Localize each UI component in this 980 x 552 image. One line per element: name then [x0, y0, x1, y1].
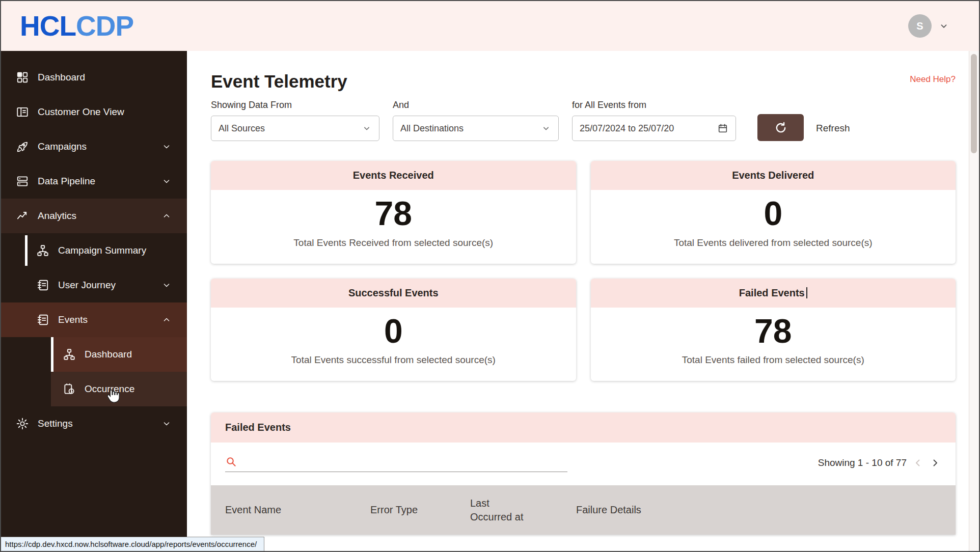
sidebar-item-label: Dashboard	[85, 349, 132, 360]
dashboard-grid-icon	[15, 71, 29, 85]
failed-events-panel-body: Showing 1 - 10 of 77	[211, 443, 956, 472]
sidebar-item-label: Settings	[38, 418, 73, 429]
chevron-down-icon	[161, 176, 172, 186]
sources-select[interactable]: All Sources	[211, 116, 379, 141]
sidebar-item-label: Customer One View	[38, 106, 124, 118]
sidebar-item-label: Dashboard	[38, 72, 85, 83]
sidebar-item-dashboard[interactable]: Dashboard	[1, 60, 187, 95]
filters-bar: Showing Data From All Sources And All De…	[211, 100, 956, 141]
sidebar-item-events[interactable]: Events	[1, 302, 187, 337]
source-filter-label: Showing Data From	[211, 100, 379, 111]
sidebar: Dashboard Customer One View Campaigns Da…	[1, 51, 187, 551]
chevron-down-icon	[541, 123, 551, 133]
destination-filter-group: And All Destinations	[393, 100, 559, 141]
column-header-failure-details: Failure Details	[576, 504, 956, 516]
column-header-last-occurred-at: Last Occurred at	[470, 496, 576, 524]
sidebar-item-settings[interactable]: Settings	[1, 406, 187, 441]
date-range-input[interactable]: 25/07/2024 to 25/07/20	[572, 116, 736, 141]
refresh-label: Refresh	[816, 123, 850, 134]
card-title: Failed Events	[591, 279, 956, 308]
table-toolbar: Showing 1 - 10 of 77	[225, 456, 941, 472]
sidebar-item-data-pipeline[interactable]: Data Pipeline	[1, 164, 187, 199]
campaigns-rocket-icon	[15, 140, 29, 154]
chevron-up-icon	[161, 211, 172, 221]
search-icon	[225, 456, 237, 467]
scrollbar[interactable]	[969, 51, 979, 551]
search-input[interactable]	[242, 456, 567, 467]
journal-icon	[36, 279, 49, 292]
chevron-down-icon	[161, 142, 172, 152]
hierarchy-icon	[36, 244, 49, 258]
app-window: HCL CDP S Dashboard Customer One View	[0, 0, 980, 552]
analytics-chart-icon	[15, 209, 29, 223]
card-value: 0	[211, 313, 576, 350]
table-header-row: Event Name Error Type Last Occurred at F…	[211, 485, 956, 535]
data-pipeline-icon	[15, 175, 29, 188]
pagination-status: Showing 1 - 10 of 77	[818, 457, 907, 468]
sidebar-item-analytics[interactable]: Analytics	[1, 199, 187, 233]
status-bar: https://cdp.dev.hxcd.now.hclsoftware.clo…	[1, 537, 264, 551]
sidebar-item-customer-one-view[interactable]: Customer One View	[1, 95, 187, 129]
pagination-prev-icon[interactable]	[912, 457, 924, 469]
sidebar-item-label: User Journey	[58, 280, 116, 291]
card-title: Events Received	[211, 161, 576, 190]
sidebar-item-label: Events	[58, 314, 88, 325]
column-header-error-type: Error Type	[370, 504, 470, 516]
journal-icon	[36, 313, 49, 327]
title-row: Event Telemetry Need Help?	[211, 71, 956, 92]
status-bar-url: https://cdp.dev.hxcd.now.hclsoftware.clo…	[5, 540, 257, 548]
destinations-select-value: All Destinations	[400, 123, 464, 134]
page-title: Event Telemetry	[211, 71, 347, 92]
destinations-select[interactable]: All Destinations	[393, 116, 559, 141]
card-title: Successful Events	[211, 279, 576, 308]
failed-events-panel-title: Failed Events	[211, 412, 956, 443]
app-header: HCL CDP S	[1, 1, 979, 51]
date-filter-group: for All Events from 25/07/2024 to 25/07/…	[572, 100, 736, 141]
customer-one-view-icon	[15, 105, 29, 119]
sidebar-item-events-dashboard[interactable]: Dashboard	[51, 337, 187, 372]
hierarchy-icon	[62, 348, 76, 362]
column-header-event-name: Event Name	[211, 504, 370, 516]
chevron-up-icon	[161, 315, 172, 325]
failed-events-panel: Failed Events Showing 1 - 10 of 77	[211, 412, 956, 535]
stat-card-events-received: Events Received 78 Total Events Received…	[211, 161, 576, 264]
sidebar-item-label: Campaigns	[38, 141, 87, 152]
search-box	[225, 456, 567, 472]
sidebar-item-occurrence[interactable]: Occurrence	[51, 372, 187, 406]
sidebar-item-user-journey[interactable]: User Journey	[1, 268, 187, 302]
chevron-down-icon	[161, 280, 172, 290]
scrollbar-thumb[interactable]	[971, 54, 977, 153]
stat-card-events-delivered: Events Delivered 0 Total Events delivere…	[591, 161, 956, 264]
chevron-down-icon	[161, 419, 172, 429]
card-caption: Total Events delivered from selected sou…	[591, 237, 956, 249]
sidebar-item-label: Data Pipeline	[38, 176, 95, 187]
stat-card-failed-events: Failed Events 78 Total Events failed fro…	[591, 279, 956, 381]
refresh-button[interactable]	[757, 114, 804, 141]
chevron-down-icon	[362, 123, 372, 133]
sidebar-item-campaigns[interactable]: Campaigns	[1, 129, 187, 164]
card-value: 0	[591, 195, 956, 232]
pagination: Showing 1 - 10 of 77	[818, 457, 941, 472]
source-filter-group: Showing Data From All Sources	[211, 100, 379, 141]
main-content: Event Telemetry Need Help? Showing Data …	[187, 51, 969, 551]
card-title: Events Delivered	[591, 161, 956, 190]
card-value: 78	[211, 195, 576, 232]
sidebar-item-campaign-summary[interactable]: Campaign Summary	[1, 233, 187, 268]
header-user-area: S	[908, 14, 949, 38]
text-caret	[806, 287, 807, 298]
sidebar-item-label: Campaign Summary	[58, 245, 146, 256]
logo-cdp: CDP	[76, 12, 133, 40]
refresh-icon	[774, 121, 787, 134]
card-caption: Total Events failed from selected source…	[591, 354, 956, 366]
app-logo: HCL CDP	[20, 12, 133, 40]
occurrence-clock-icon	[62, 382, 76, 396]
need-help-link[interactable]: Need Help?	[910, 74, 956, 85]
and-filter-label: And	[393, 100, 559, 111]
settings-gear-icon	[15, 417, 29, 431]
avatar[interactable]: S	[908, 14, 932, 38]
card-value: 78	[591, 313, 956, 350]
date-range-value: 25/07/2024 to 25/07/20	[580, 123, 717, 134]
events-from-label: for All Events from	[572, 100, 736, 111]
user-menu-chevron-down-icon[interactable]	[938, 20, 949, 32]
pagination-next-icon[interactable]	[929, 457, 941, 469]
